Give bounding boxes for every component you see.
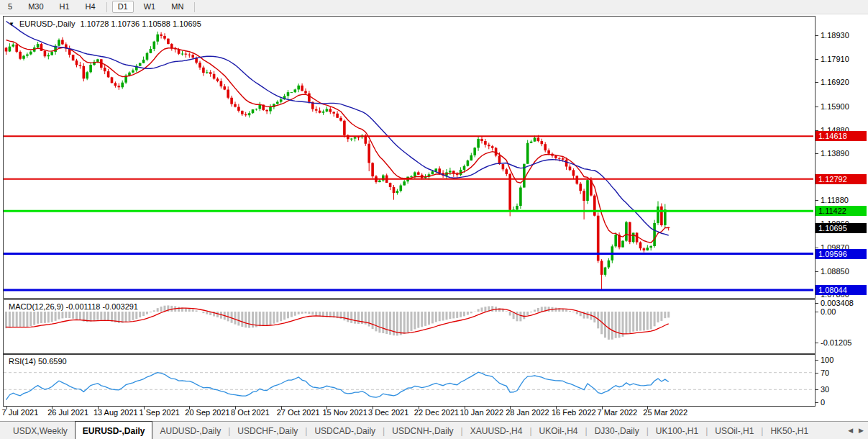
rsi-panel: RSI(14) 50.6590 [3, 354, 816, 407]
tab-scroll-right-icon[interactable]: ▶ [859, 427, 864, 434]
date-axis-label: 13 Aug 2021 [93, 408, 138, 417]
price-axis-tick-label: 1.16920 [821, 78, 849, 86]
date-axis-label: 1 Sep 2021 [140, 408, 180, 417]
tab-scroll-left-icon[interactable]: ◀ [848, 427, 853, 434]
rsi-axis-tick-mark [816, 373, 818, 374]
timeframe-toolbar: 5M30H1H4D1W1MN [0, 0, 868, 14]
rsi-axis-tick-mark [816, 389, 818, 390]
date-axis-label: 7 Jul 2021 [2, 408, 39, 417]
candlestick-chart-canvas[interactable] [4, 17, 813, 297]
rsi-axis-tick-label: 30 [821, 386, 829, 394]
tab-usdchf-daily[interactable]: USDCHF-,Daily [230, 422, 305, 439]
symbol-dropdown-arrow-icon[interactable]: ▼ [9, 21, 14, 27]
chart-title: ▼ EURUSD-,Daily 1.10728 1.10736 1.10588 … [9, 19, 201, 28]
price-axis-tick-label: 1.17910 [821, 55, 849, 63]
date-axis-label: 15 Nov 2021 [322, 408, 367, 417]
price-axis-tick-label: 1.15900 [821, 103, 849, 111]
date-axis-label: 10 Jan 2022 [460, 408, 504, 417]
price-axis-tick-mark [816, 35, 818, 36]
date-axis-label: 27 Oct 2021 [277, 408, 320, 417]
tab-uk100-h1[interactable]: UK100-,H1 [649, 422, 705, 439]
timeframe-button-h4[interactable]: H4 [80, 1, 101, 13]
trading-platform-window: 5M30H1H4D1W1MN ▼ EURUSD-,Daily 1.10728 1… [0, 0, 868, 439]
price-axis-tick-label: 1.11880 [821, 196, 849, 204]
date-axis-label: 26 Jul 2021 [47, 408, 88, 417]
price-axis-tick-mark [816, 59, 818, 60]
date-axis-label: 8 Oct 2021 [231, 408, 270, 417]
timeframe-button-w1[interactable]: W1 [138, 1, 162, 13]
timeframe-button-m30[interactable]: M30 [22, 1, 49, 13]
date-axis-label: 28 Jan 2022 [506, 408, 549, 417]
macd-panel: MACD(12,26,9) -0.001118 -0.003291 [3, 299, 816, 354]
tab-ukoil-h4[interactable]: UKOil-,H4 [532, 422, 585, 439]
price-axis-tick-mark [816, 82, 818, 83]
tab-usoil-h1[interactable]: USOil-,H1 [708, 422, 761, 439]
main-chart-panel: ▼ EURUSD-,Daily 1.10728 1.10736 1.10588 … [3, 16, 816, 299]
date-axis-label: 3 Dec 2021 [368, 408, 408, 417]
macd-axis-tick-mark [816, 303, 818, 304]
price-axis-tick-mark [816, 107, 818, 107]
price-axis-tick-mark [816, 271, 818, 272]
tab-usdcad-daily[interactable]: USDCAD-,Daily [307, 422, 383, 439]
macd-label: MACD(12,26,9) -0.001118 -0.003291 [9, 302, 138, 311]
price-axis-tick-label: 1.18930 [821, 32, 849, 40]
timeframe-button-5[interactable]: 5 [2, 1, 18, 13]
tab-nav-arrows: ◀ ▶ [848, 421, 864, 439]
macd-axis-tick-mark [816, 343, 818, 343]
tab-eurusd-daily[interactable]: EURUSD-,Daily [75, 421, 153, 439]
price-axis-tick-label: 1.13890 [821, 150, 849, 158]
tab-hk50-h1[interactable]: HK50-,H1 [763, 422, 816, 439]
tab-xauusd-h4[interactable]: XAUUSD-,H4 [463, 422, 530, 439]
macd-axis-tick-label: 0.003408 [821, 299, 854, 307]
price-badge-1.08044: 1.08044 [816, 285, 867, 295]
price-badge-1.12792: 1.12792 [816, 174, 867, 184]
timeframe-button-mn[interactable]: MN [165, 1, 189, 13]
rsi-axis-tick-mark [816, 360, 818, 361]
tab-dj30-daily[interactable]: DJ30-,Daily [588, 422, 647, 439]
timeframe-button-h1[interactable]: H1 [54, 1, 76, 13]
rsi-chart-canvas[interactable] [4, 355, 813, 404]
toolbar-separator [106, 2, 107, 12]
rsi-axis-tick-mark [816, 402, 818, 403]
macd-axis-tick-mark [816, 312, 818, 312]
tab-usdx-weekly[interactable]: USDX,Weekly [6, 422, 75, 439]
tabbar-left-pad [0, 422, 6, 439]
price-axis-tick-mark [816, 248, 818, 248]
toolbar-separator [194, 2, 195, 12]
price-badge-1.10695: 1.10695 [816, 223, 867, 233]
rsi-axis-tick-label: 100 [821, 356, 833, 364]
date-axis-label: 25 Mar 2022 [643, 408, 687, 417]
price-badge-1.11422: 1.11422 [816, 206, 867, 216]
price-badge-1.09596: 1.09596 [816, 249, 867, 259]
price-axis-tick-label: 1.08850 [821, 268, 849, 276]
date-axis-label: 22 Dec 2021 [414, 408, 459, 417]
rsi-label: RSI(14) 50.6590 [9, 357, 67, 366]
tab-audusd-daily[interactable]: AUDUSD-,Daily [152, 422, 228, 439]
date-axis-label: 16 Feb 2022 [552, 408, 596, 417]
price-axis-tick-mark [816, 153, 818, 154]
rsi-axis-tick-label: 70 [821, 369, 829, 377]
price-axis-tick-mark [816, 200, 818, 201]
macd-axis-tick-label: 0.00 [821, 308, 836, 316]
tab-usdcnh-daily[interactable]: USDCNH-,Daily [385, 422, 460, 439]
rsi-axis-tick-label: 0 [821, 399, 825, 407]
date-axis-label: 20 Sep 2021 [185, 408, 229, 417]
bottom-tab-bar: USDX,WeeklyEURUSD-,DailyAUDUSD-,Daily|US… [0, 421, 868, 439]
chart-ohlc-values: 1.10728 1.10736 1.10588 1.10695 [81, 19, 201, 28]
price-badge-1.14618: 1.14618 [816, 131, 867, 141]
macd-axis-tick-label: -0.01205 [821, 339, 851, 347]
timeframe-button-d1[interactable]: D1 [112, 1, 134, 13]
chart-symbol-label: EURUSD-,Daily [19, 19, 76, 28]
date-axis-label: 7 Mar 2022 [598, 408, 638, 417]
